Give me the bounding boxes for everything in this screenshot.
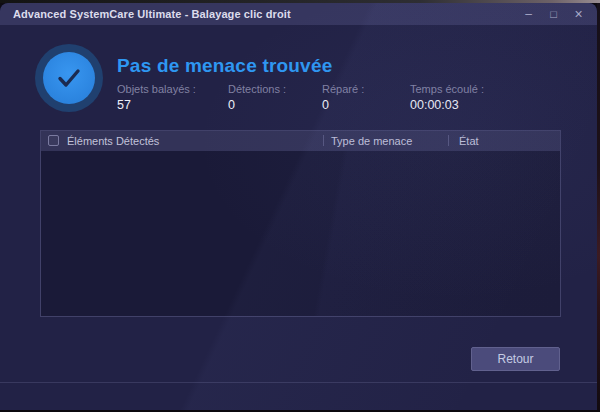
select-all-checkbox[interactable] xyxy=(48,135,59,146)
stat-label: Détections : xyxy=(228,83,322,95)
column-divider xyxy=(448,135,449,146)
minimize-icon[interactable]: – xyxy=(516,3,541,25)
stat-repaired: Réparé : 0 xyxy=(322,83,410,112)
back-button[interactable]: Retour xyxy=(471,347,560,371)
stat-detections: Détections : 0 xyxy=(228,83,322,112)
stat-objects-scanned: Objets balayés : 57 xyxy=(117,83,228,112)
detections-table: Éléments Détectés Type de menace État xyxy=(40,130,561,317)
footer-divider xyxy=(0,382,597,383)
stat-label: Temps écoulé : xyxy=(410,83,540,95)
stat-value: 57 xyxy=(117,98,228,112)
detections-table-header: Éléments Détectés Type de menace État xyxy=(41,131,560,151)
titlebar[interactable]: Advanced SystemCare Ultimate - Balayage … xyxy=(0,3,597,25)
app-window: Advanced SystemCare Ultimate - Balayage … xyxy=(0,3,597,410)
maximize-icon[interactable]: □ xyxy=(541,3,566,25)
detections-table-body xyxy=(41,151,560,316)
stat-elapsed-time: Temps écoulé : 00:00:03 xyxy=(410,83,540,112)
stat-value: 0 xyxy=(322,98,410,112)
stat-label: Réparé : xyxy=(322,83,410,95)
stat-value: 00:00:03 xyxy=(410,98,540,112)
column-header-threat-type: Type de menace xyxy=(331,135,412,147)
window-title: Advanced SystemCare Ultimate - Balayage … xyxy=(13,8,291,20)
checkmark-icon xyxy=(43,52,95,104)
column-header-status: État xyxy=(459,135,479,147)
close-icon[interactable]: × xyxy=(566,3,591,25)
column-header-detected-items: Éléments Détectés xyxy=(67,135,159,147)
scan-stats: Objets balayés : 57 Détections : 0 Répar… xyxy=(117,83,540,112)
stat-value: 0 xyxy=(228,98,322,112)
window-controls: – □ × xyxy=(516,3,591,25)
stat-label: Objets balayés : xyxy=(117,83,228,95)
scan-result-title: Pas de menace trouvée xyxy=(117,55,332,77)
column-divider xyxy=(323,135,324,146)
screen: Advanced SystemCare Ultimate - Balayage … xyxy=(0,0,600,412)
scan-success-badge xyxy=(35,44,103,112)
